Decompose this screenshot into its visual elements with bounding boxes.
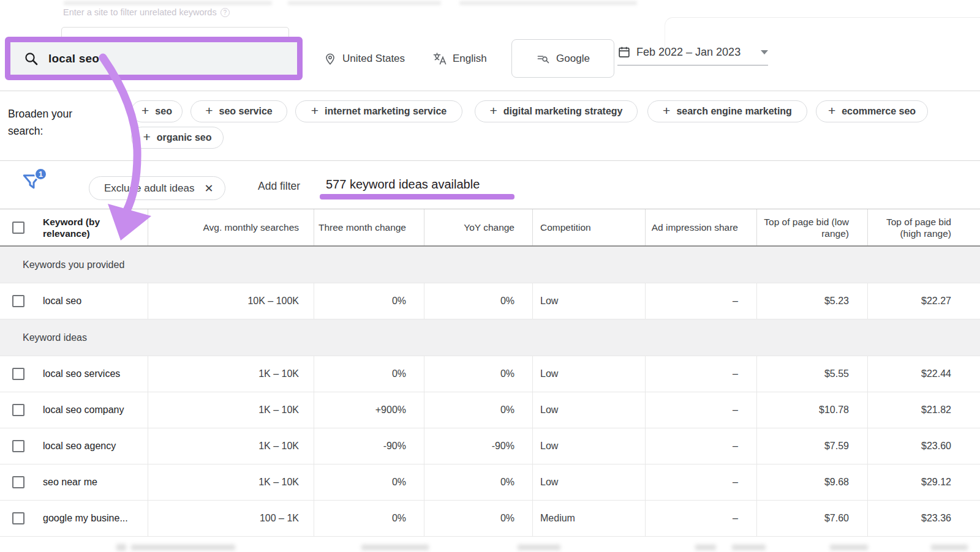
col-header-keyword[interactable]: Keyword (by relevance): [37, 209, 148, 245]
avg-searches-cell: 100 – 1K: [148, 501, 314, 536]
keyword-table: Keyword (by relevance) Avg. monthly sear…: [0, 209, 980, 537]
plus-icon: +: [663, 103, 670, 118]
plus-icon: +: [828, 103, 835, 118]
divider: [0, 160, 980, 161]
avg-searches-cell: 1K – 10K: [148, 392, 314, 428]
three-month-cell: 0%: [314, 501, 424, 536]
col-header-top-bid-high[interactable]: Top of page bid (high range): [867, 209, 980, 245]
keyword-cell: local seo: [37, 283, 148, 319]
filter-button[interactable]: 1: [21, 171, 53, 200]
add-filter-button[interactable]: Add filter: [258, 180, 300, 193]
language-setting[interactable]: English: [432, 51, 487, 66]
bid-high-cell: $29.12: [867, 464, 980, 500]
bottom-cutoff-blur: [732, 545, 766, 550]
date-range-label: Feb 2022 – Jan 2023: [636, 46, 741, 59]
row-checkbox[interactable]: [12, 368, 24, 380]
keyword-planner-screen: Enter a site to filter unrelated keyword…: [0, 0, 980, 552]
close-icon[interactable]: ✕: [204, 182, 213, 195]
row-checkbox[interactable]: [12, 404, 24, 416]
broaden-chip-ecommerce-seo[interactable]: + ecommerce seo: [816, 100, 928, 122]
location-label: United States: [342, 53, 405, 65]
chip-label: organic seo: [157, 132, 212, 143]
broaden-search-label: Broaden your search:: [8, 105, 72, 140]
filter-count-badge: 1: [34, 168, 47, 181]
broaden-chip-seo-service[interactable]: + seo service: [190, 100, 287, 122]
plus-icon: +: [141, 103, 149, 118]
three-month-cell: 0%: [314, 464, 424, 500]
bid-high-cell: $21.82: [867, 392, 980, 428]
help-icon[interactable]: ?: [221, 8, 230, 17]
calendar-icon: [617, 45, 631, 59]
network-label: Google: [556, 53, 590, 65]
top-cutoff-blur: [459, 1, 637, 5]
col-header-avg-monthly-searches[interactable]: Avg. monthly searches: [148, 209, 314, 245]
keyword-search-box[interactable]: local seo: [5, 37, 303, 80]
active-filter-label: Exclude adult ideas: [104, 182, 194, 195]
broaden-chip-search-engine-marketing[interactable]: + search engine marketing: [647, 100, 807, 122]
bottom-cutoff-blur: [131, 545, 235, 550]
broaden-chip-organic-seo[interactable]: + organic seo: [131, 127, 224, 149]
search-terms-icon: [536, 51, 551, 66]
bid-high-cell: $23.60: [867, 428, 980, 464]
plus-icon: +: [490, 103, 497, 118]
col-header-three-month-change[interactable]: Three month change: [314, 209, 424, 245]
search-input-value[interactable]: local seo: [48, 52, 99, 65]
location-setting[interactable]: United States: [323, 51, 405, 66]
yoy-cell: 0%: [424, 283, 532, 319]
row-checkbox[interactable]: [12, 512, 24, 524]
ad-share-cell: –: [645, 428, 756, 464]
competition-cell: Low: [532, 356, 645, 392]
date-range-picker[interactable]: Feb 2022 – Jan 2023: [617, 45, 768, 65]
three-month-cell: +900%: [314, 392, 424, 428]
ad-share-cell: –: [645, 356, 756, 392]
row-checkbox[interactable]: [12, 295, 24, 307]
table-row: local seo 10K – 100K 0% 0% Low – $5.23 $…: [0, 283, 980, 319]
keyword-cell: seo near me: [37, 464, 148, 500]
chip-label: seo: [155, 106, 172, 117]
bid-low-cell: $5.55: [756, 356, 867, 392]
section-row-keywords-you-provided: Keywords you provided: [0, 247, 980, 283]
bottom-cutoff-blur: [830, 545, 868, 550]
avg-searches-cell: 10K – 100K: [148, 283, 314, 319]
three-month-cell: 0%: [314, 283, 424, 319]
chip-label: ecommerce seo: [842, 106, 916, 117]
translate-icon: [432, 51, 447, 66]
competition-cell: Medium: [532, 501, 645, 536]
bid-high-cell: $22.27: [867, 283, 980, 319]
col-header-top-bid-low[interactable]: Top of page bid (low range): [756, 209, 867, 245]
keyword-cell: local seo agency: [37, 428, 148, 464]
avg-searches-cell: 1K – 10K: [148, 464, 314, 500]
broaden-chip-internet-marketing-service[interactable]: + internet marketing service: [295, 100, 462, 122]
network-setting[interactable]: Google: [511, 39, 614, 78]
site-filter-text: Enter a site to filter unrelated keyword…: [63, 7, 217, 17]
col-header-yoy-change[interactable]: YoY change: [424, 209, 532, 245]
col-header-competition[interactable]: Competition: [532, 209, 645, 245]
select-all-checkbox[interactable]: [12, 222, 24, 234]
bid-high-cell: $22.44: [867, 356, 980, 392]
table-row: google my busine... 100 – 1K 0% 0% Mediu…: [0, 501, 980, 537]
language-label: English: [453, 53, 487, 65]
keyword-cell: local seo company: [37, 392, 148, 428]
table-row: local seo services 1K – 10K 0% 0% Low – …: [0, 356, 980, 392]
bottom-cutoff-blur: [695, 545, 716, 550]
table-row: local seo agency 1K – 10K -90% -90% Low …: [0, 428, 980, 464]
bottom-cutoff-blur: [518, 545, 560, 550]
row-checkbox[interactable]: [12, 440, 24, 452]
plus-icon: +: [143, 130, 150, 144]
avg-searches-cell: 1K – 10K: [148, 428, 314, 464]
bid-low-cell: $5.23: [756, 283, 867, 319]
yoy-cell: -90%: [424, 428, 532, 464]
header-checkbox-cell: [0, 209, 37, 245]
bottom-cutoff-blur: [931, 545, 968, 550]
row-checkbox[interactable]: [12, 476, 24, 488]
yoy-cell: 0%: [424, 356, 532, 392]
broaden-chip-seo[interactable]: + seo: [131, 100, 183, 122]
yoy-cell: 0%: [424, 392, 532, 428]
caret-down-icon[interactable]: [761, 50, 768, 54]
broaden-chip-digital-marketing-strategy[interactable]: + digital marketing strategy: [475, 100, 638, 122]
yoy-cell: 0%: [424, 464, 532, 500]
col-header-ad-impression-share[interactable]: Ad impression share: [645, 209, 756, 245]
active-filter-chip[interactable]: Exclude adult ideas ✕: [89, 176, 225, 200]
top-cutoff-blur: [64, 1, 272, 5]
map-pin-icon: [323, 51, 337, 66]
